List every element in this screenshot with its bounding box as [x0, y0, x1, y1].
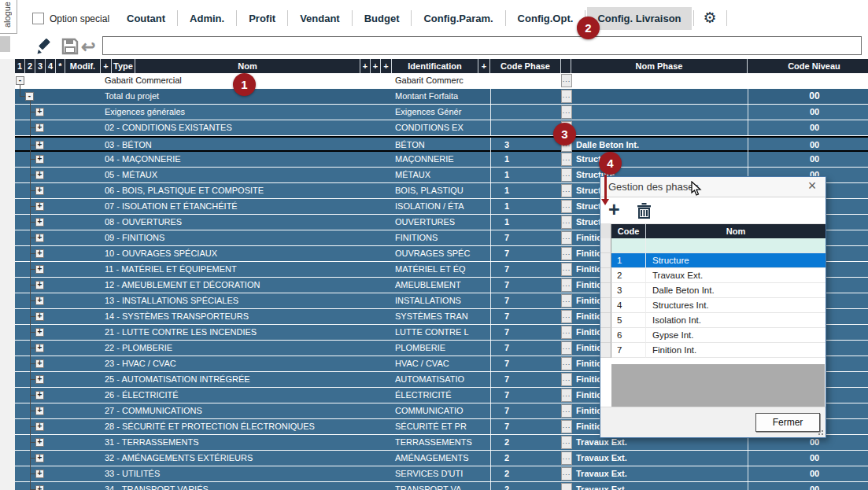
option-special-checkbox[interactable]	[32, 13, 44, 24]
phase-nom-cell[interactable]: Isolation Int.	[646, 313, 826, 328]
phase-code-cell[interactable]: 3	[611, 283, 646, 298]
add-phase-button[interactable]: +	[608, 198, 620, 221]
tree-toggle[interactable]: +	[35, 407, 44, 415]
phase-nom-cell[interactable]: Structures Int.	[646, 298, 826, 313]
column-header-c4[interactable]: 4	[46, 59, 56, 73]
phase-nom-cell[interactable]	[646, 238, 826, 253]
column-header-c2[interactable]: 2	[25, 59, 35, 73]
tree-toggle[interactable]: +	[35, 422, 44, 431]
phase-picker-button[interactable]: ...	[561, 310, 572, 323]
phase-row[interactable]: 6Gypse Int.	[600, 328, 826, 343]
phase-row[interactable]: 5Isolation Int.	[600, 313, 826, 328]
column-header-nom[interactable]: Nom	[135, 59, 360, 73]
table-row[interactable]: -Total du projetMontant Forfaita...00	[15, 89, 868, 105]
table-row[interactable]: +02 - CONDITIONS EXISTANTESCONDITIONS EX…	[15, 120, 868, 136]
phase-picker-button[interactable]: ...	[561, 247, 572, 260]
phase-code-cell[interactable]: 4	[611, 298, 646, 313]
phase-picker-button[interactable]: ...	[561, 357, 572, 370]
phase-row[interactable]: 7Finition Int.	[600, 343, 826, 358]
table-row[interactable]: +33 - UTILITÉSSERVICES D'UTI2...Travaux …	[15, 466, 868, 482]
phase-row[interactable]: 1Structure	[600, 253, 826, 268]
edit-input[interactable]	[102, 36, 862, 55]
tab-budget[interactable]: Budget	[354, 7, 410, 30]
phase-nom-cell[interactable]: Gypse Int.	[646, 328, 826, 343]
phase-picker-button[interactable]: ...	[561, 294, 572, 308]
tree-toggle[interactable]: +	[35, 186, 44, 195]
tree-toggle[interactable]: +	[35, 359, 44, 368]
tree-toggle[interactable]: +	[35, 485, 44, 490]
phase-picker-button[interactable]: ...	[561, 341, 572, 355]
phase-picker-button[interactable]: ...	[561, 263, 572, 276]
tab-coutant[interactable]: Coutant	[116, 7, 175, 30]
edit-pencil-icon[interactable]	[35, 36, 55, 60]
collapsed-panel-tab[interactable]	[0, 36, 10, 52]
column-header-plus4[interactable]: +	[381, 59, 392, 73]
tree-toggle[interactable]: +	[35, 155, 44, 164]
column-header-star[interactable]: *	[56, 59, 65, 73]
phase-picker-button[interactable]: ...	[561, 278, 572, 292]
tree-toggle[interactable]: -	[16, 76, 24, 85]
column-header-code[interactable]: Code	[611, 224, 646, 238]
phase-code-cell[interactable]: 5	[611, 313, 646, 328]
phase-picker-button[interactable]: ...	[561, 90, 572, 103]
column-header-identification[interactable]: Identification	[392, 59, 478, 73]
fermer-button[interactable]: Fermer	[755, 413, 820, 432]
table-row[interactable]: -Gabarit CommercialGabarit Commerc...	[15, 73, 868, 89]
table-row[interactable]: +34 - TRANSPORT VARIÉSTRANSPORT VA2...Tr…	[15, 482, 868, 490]
column-header-nom[interactable]: Nom	[646, 224, 826, 238]
phase-picker-button[interactable]: ...	[561, 153, 572, 166]
column-header-plus3[interactable]: +	[371, 59, 381, 73]
phase-picker-button[interactable]: ...	[561, 451, 572, 465]
phase-picker-button[interactable]: ...	[561, 326, 572, 339]
tree-toggle[interactable]: +	[35, 249, 44, 258]
table-row[interactable]: +Exigences généralesExigences Génér...00	[15, 105, 868, 120]
tree-toggle[interactable]: -	[25, 92, 34, 101]
phase-picker-button[interactable]: ...	[561, 74, 572, 87]
column-header-nom_phase[interactable]: Nom Phase	[571, 59, 748, 73]
tree-toggle[interactable]: +	[35, 281, 44, 289]
phase-row[interactable]: 2Travaux Ext.	[600, 268, 826, 283]
column-header-plus2[interactable]: +	[360, 59, 371, 73]
phase-picker-button[interactable]: ...	[561, 404, 572, 418]
phase-nom-cell[interactable]: Structure	[646, 253, 826, 268]
phase-code-cell[interactable]	[611, 238, 646, 253]
phase-code-cell[interactable]: 2	[611, 268, 646, 283]
tree-toggle[interactable]: +	[35, 234, 44, 242]
phase-row[interactable]: 3Dalle Beton Int.	[600, 283, 826, 298]
tree-toggle[interactable]: +	[35, 391, 44, 400]
tab-config-livraison[interactable]: Config. Livraison	[587, 7, 691, 30]
phase-picker-button[interactable]: ...	[561, 200, 572, 213]
column-header-code_niveau[interactable]: Code Niveau	[748, 59, 868, 73]
phase-code-cell[interactable]: 7	[611, 343, 646, 358]
tree-toggle[interactable]: +	[35, 454, 44, 462]
tree-toggle[interactable]: +	[35, 141, 44, 149]
phase-picker-button[interactable]: ...	[561, 483, 572, 490]
phase-nom-cell[interactable]: Dalle Beton Int.	[646, 283, 826, 298]
column-header-code_phase[interactable]: Code Phase	[490, 59, 561, 73]
tree-toggle[interactable]: +	[35, 312, 44, 321]
phase-picker-button[interactable]: ...	[561, 436, 572, 449]
phase-picker-button[interactable]: ...	[561, 168, 572, 182]
column-header-c3[interactable]: 3	[35, 59, 46, 73]
resize-grip[interactable]	[818, 429, 824, 436]
undo-icon[interactable]: ↩	[81, 37, 95, 57]
tab-config-param[interactable]: Config.Param.	[413, 7, 503, 30]
tree-toggle[interactable]: +	[35, 344, 44, 352]
tab-profit[interactable]: Profit	[238, 7, 286, 30]
phase-row[interactable]: 4Structures Int.	[600, 298, 826, 313]
tab-config-opt[interactable]: Config.Opt.	[508, 7, 584, 30]
phase-picker-button[interactable]: ...	[561, 389, 572, 402]
phase-picker-button[interactable]: ...	[561, 105, 572, 119]
phase-nom-cell[interactable]: Finition Int.	[646, 343, 826, 358]
phase-picker-button[interactable]: ...	[561, 467, 572, 481]
tree-toggle[interactable]: +	[35, 171, 44, 179]
column-header-dots[interactable]	[561, 59, 571, 73]
phase-picker-button[interactable]: ...	[561, 184, 572, 197]
column-header-c1[interactable]: 1	[15, 59, 25, 73]
phase-picker-button[interactable]: ...	[561, 216, 572, 229]
tab-vendant[interactable]: Vendant	[290, 7, 350, 30]
tree-toggle[interactable]: +	[35, 108, 44, 116]
phase-row[interactable]	[600, 238, 826, 253]
catalogue-side-tab[interactable]: alogue	[0, 0, 17, 34]
tab-admin[interactable]: Admin.	[179, 7, 235, 30]
